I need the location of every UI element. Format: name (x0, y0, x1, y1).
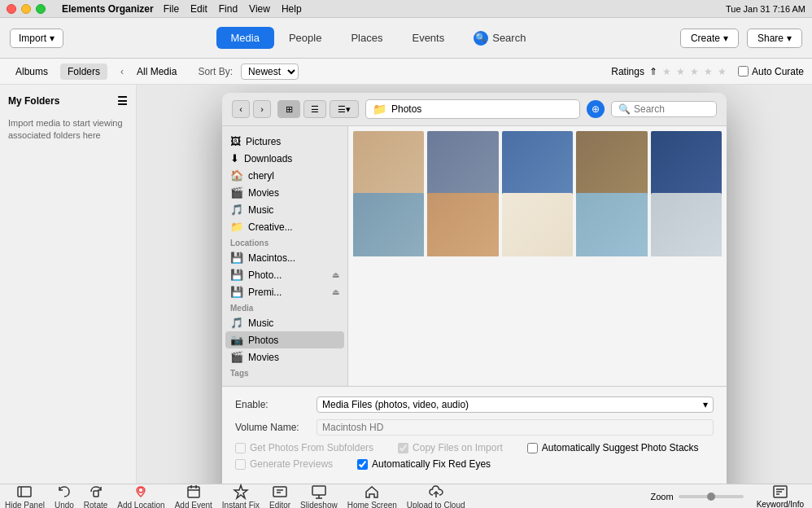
fp-item-macintosh[interactable]: 💾 Macintos... (222, 249, 347, 266)
star-2[interactable]: ★ (676, 66, 685, 77)
share-button[interactable]: Share ▾ (747, 28, 802, 48)
menu-help[interactable]: Help (282, 3, 302, 15)
sort-asc-icon[interactable]: ⇑ (649, 66, 657, 77)
photo-2[interactable] (427, 131, 498, 202)
fp-item-photo-drive[interactable]: 💾 Photo... ⏏ (222, 266, 347, 283)
fp-item-cheryl[interactable]: 🏠 cheryl (222, 167, 347, 184)
share-label: Share (757, 33, 784, 44)
star-5[interactable]: ★ (718, 66, 727, 77)
star-3[interactable]: ★ (690, 66, 699, 77)
toolbar-right: Create ▾ Share ▾ (680, 28, 802, 48)
photo-9[interactable] (576, 193, 647, 256)
photo-6[interactable] (353, 193, 424, 256)
get-photos-label: Get Photos From Subfolders (250, 442, 373, 453)
fp-list-view-btn2[interactable]: ☰▾ (330, 100, 359, 118)
svg-rect-9 (273, 487, 286, 497)
home-icon: 🏠 (230, 169, 243, 182)
upload-cloud-tool[interactable]: Upload to Cloud (407, 484, 465, 509)
folders-view-btn[interactable]: Folders (60, 64, 107, 80)
photo-4[interactable] (576, 131, 647, 202)
create-button[interactable]: Create ▾ (680, 28, 739, 48)
instant-fix-tool[interactable]: Instant Fix (222, 484, 260, 509)
tab-places[interactable]: Places (336, 27, 397, 49)
fp-item-premiere[interactable]: 💾 Premi... ⏏ (222, 283, 347, 300)
close-button[interactable] (7, 4, 16, 14)
maximize-button[interactable] (36, 4, 46, 14)
copy-files-checkbox[interactable] (398, 443, 408, 453)
star-4[interactable]: ★ (704, 66, 713, 77)
fp-path-bar: 📁 Photos (365, 99, 580, 119)
fp-search-input[interactable] (634, 103, 707, 115)
fp-list-view-btn[interactable]: ☰ (303, 100, 326, 118)
menu-edit[interactable]: Edit (190, 3, 207, 15)
photo-5[interactable] (651, 131, 722, 202)
editor-tool[interactable]: Editor (269, 484, 290, 509)
tab-people[interactable]: People (274, 27, 336, 49)
star-1[interactable]: ★ (662, 66, 671, 77)
zoom-slider[interactable] (679, 495, 744, 498)
fp-item-movies-media[interactable]: 🎬 Movies (222, 348, 347, 366)
arrow-back-icon[interactable]: ‹ (120, 66, 124, 77)
minimize-button[interactable] (21, 4, 31, 14)
enable-chevron: ▾ (703, 399, 708, 410)
tab-search[interactable]: 🔍 Search (459, 26, 540, 50)
fp-item-creative[interactable]: 📁 Creative... (222, 218, 347, 235)
creative-icon: 📁 (230, 221, 243, 233)
fp-item-movies-fav[interactable]: 🎬 Movies (222, 184, 347, 201)
fp-forward-btn[interactable]: › (253, 100, 271, 118)
photo-3[interactable] (502, 131, 573, 202)
eject-icon[interactable]: ⏏ (332, 270, 339, 279)
photo-10[interactable] (651, 193, 722, 256)
generate-previews-checkbox[interactable] (235, 459, 246, 470)
photo-8[interactable] (502, 193, 573, 256)
add-location-tool[interactable]: Add Location (117, 484, 164, 509)
fp-item-music-fav-label: Music (248, 204, 273, 216)
downloads-icon: ⬇ (230, 152, 239, 164)
import-button[interactable]: Import ▾ (10, 28, 63, 48)
fp-media-label: Media (222, 300, 347, 314)
photo-1[interactable] (353, 131, 424, 202)
fp-item-photos-media[interactable]: 📷 Photos (225, 331, 344, 348)
fp-item-pictures[interactable]: 🖼 Pictures (222, 133, 347, 150)
undo-tool[interactable]: Undo (55, 484, 74, 509)
menu-view[interactable]: View (249, 3, 270, 15)
fp-item-downloads[interactable]: ⬇ Downloads (222, 150, 347, 167)
keyword-info-tool[interactable]: Keyword/Info (757, 484, 804, 508)
enable-select[interactable]: Media Files (photos, video, audio) ▾ (317, 396, 714, 413)
rotate-tool[interactable]: Rotate (84, 484, 107, 509)
eject-icon2[interactable]: ⏏ (332, 287, 339, 296)
home-screen-tool[interactable]: Home Screen (347, 484, 397, 509)
add-event-tool[interactable]: Add Event (175, 484, 212, 509)
fp-item-pictures-label: Pictures (246, 136, 281, 147)
photos-media-icon: 📷 (230, 334, 243, 346)
fp-action-btn[interactable]: ⊕ (587, 100, 605, 118)
fp-sidebar: 🖼 Pictures ⬇ Downloads 🏠 cheryl 🎬 (222, 126, 348, 386)
tab-media[interactable]: Media (216, 27, 274, 49)
zoom-thumb[interactable] (707, 493, 715, 501)
volume-label: Volume Name: (235, 422, 308, 433)
macintosh-icon: 💾 (230, 252, 243, 264)
suggest-stacks-checkbox[interactable] (527, 443, 538, 453)
sort-select[interactable]: Newest (241, 64, 299, 80)
slideshow-tool[interactable]: Slideshow (300, 484, 338, 509)
fp-item-photos-media-label: Photos (248, 335, 278, 346)
sidebar-menu-icon[interactable]: ☰ (117, 94, 128, 107)
photo-drive-icon: 💾 (230, 269, 243, 281)
hide-panel-tool[interactable]: Hide Panel (5, 484, 45, 509)
fp-item-music-fav[interactable]: 🎵 Music (222, 201, 347, 218)
albums-view-btn[interactable]: Albums (8, 64, 55, 80)
fix-red-eyes-checkbox[interactable] (357, 459, 368, 470)
volume-input[interactable] (317, 419, 714, 436)
fp-grid-view-btn[interactable]: ⊞ (277, 100, 300, 118)
get-photos-checkbox[interactable] (235, 443, 246, 453)
photo-7[interactable] (427, 193, 498, 256)
all-media-label[interactable]: All Media (137, 66, 177, 77)
tab-events[interactable]: Events (397, 27, 459, 49)
menu-file[interactable]: File (164, 3, 179, 15)
fp-item-music-media[interactable]: 🎵 Music (222, 314, 347, 331)
menu-find[interactable]: Find (219, 3, 238, 15)
nav-tabs: Media People Places Events 🔍 Search (76, 26, 680, 50)
auto-curate-label: Auto Curate (752, 66, 804, 77)
fp-back-btn[interactable]: ‹ (232, 100, 250, 118)
auto-curate-checkbox[interactable] (738, 66, 749, 77)
